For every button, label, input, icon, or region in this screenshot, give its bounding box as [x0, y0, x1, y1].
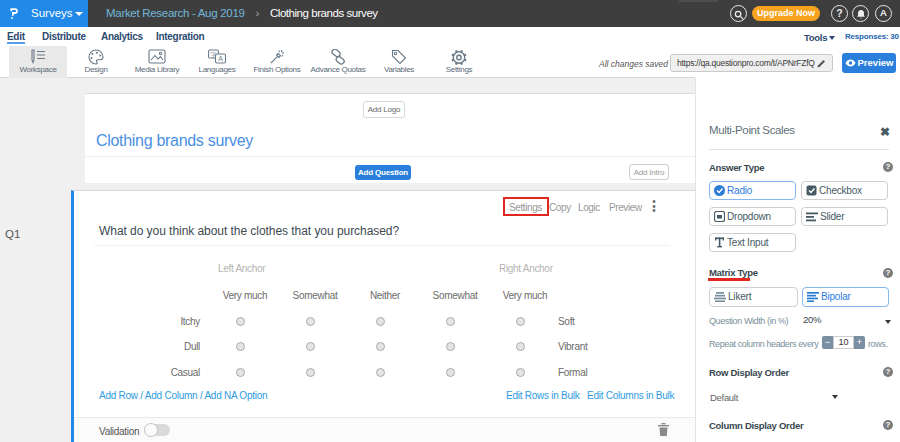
svg-text:A: A	[218, 55, 223, 62]
svg-text:字: 字	[210, 51, 217, 58]
